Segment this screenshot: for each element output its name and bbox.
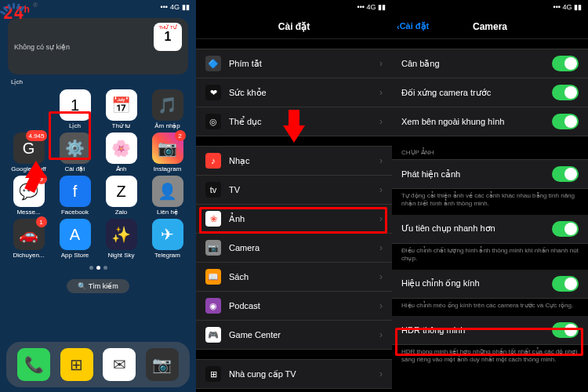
chevron-right-icon: › <box>379 155 383 166</box>
chevron-right-icon: › <box>379 58 383 69</box>
settings-row[interactable]: tvTV› <box>196 176 392 205</box>
app-tht[interactable]: 📅Thứ tư <box>99 89 143 129</box>
app-instagram[interactable]: 📷2Instagram <box>145 132 190 172</box>
toggle-switch[interactable] <box>552 56 579 71</box>
chevron-right-icon: › <box>379 329 383 340</box>
settings-row[interactable]: 📷Camera› <box>196 234 392 263</box>
settings-row[interactable]: Ưu tiên chụp nhanh hơn <box>392 215 588 244</box>
page-indicator[interactable] <box>0 263 196 273</box>
chevron-right-icon: › <box>379 116 383 127</box>
back-button[interactable]: ‹ Cài đặt <box>397 21 429 31</box>
setting-description: Điều chỉnh chất lượng hình ảnh thông min… <box>392 244 588 270</box>
status-bar: ••• 4G ▮▮ <box>196 0 392 14</box>
toggle-switch[interactable] <box>552 166 579 182</box>
phone-home: 24h ® •••4G▮▮ Không có sự kiện THỨ TƯ 1 … <box>0 0 196 392</box>
svg-rect-1 <box>3 6 9 12</box>
app-nh[interactable]: 🌸Ảnh <box>99 132 143 172</box>
settings-row[interactable]: Phát hiện cảnh <box>392 159 588 189</box>
settings-row[interactable]: ♪Nhạc› <box>196 146 392 176</box>
chevron-right-icon: › <box>379 87 383 98</box>
settings-row[interactable]: ◉Podcast› <box>196 292 392 321</box>
section-header: CHỤP ẢNH <box>392 146 588 159</box>
settings-row[interactable]: Hiệu chỉnh ống kính <box>392 270 588 299</box>
site-logo: 24h ® <box>3 3 30 23</box>
dock-app[interactable]: 📞 <box>17 348 50 381</box>
calendar-icon: THỨ TƯ 1 <box>154 23 182 51</box>
settings-row[interactable]: Cân bằng <box>392 49 588 78</box>
highlight-settings <box>49 111 91 160</box>
app-nightsky[interactable]: ✨Night Sky <box>99 219 143 259</box>
arrow-annotation <box>25 161 47 192</box>
dock-app[interactable]: 📷 <box>146 348 179 381</box>
settings-row[interactable]: 🎮Game Center› <box>196 321 392 350</box>
app-facebook[interactable]: fFacebook <box>53 176 97 216</box>
dock: 📞⊞✉📷 <box>6 342 190 387</box>
page-title: Cài đặt <box>278 21 310 32</box>
camera-settings-list: Cân bằngĐối xứng camera trướcXem bên ngo… <box>392 49 588 371</box>
svg-rect-0 <box>0 10 5 15</box>
settings-row[interactable]: 📖Sách› <box>196 263 392 292</box>
settings-row[interactable]: 🔷Phím tắt› <box>196 49 392 78</box>
app-mnhp[interactable]: 🎵Âm nhập <box>145 89 190 129</box>
chevron-right-icon: › <box>379 184 383 195</box>
settings-row[interactable]: ⊞Nhà cung cấp TV› <box>196 359 392 389</box>
chevron-right-icon: › <box>379 368 383 379</box>
arrow-annotation <box>283 110 305 143</box>
svg-rect-2 <box>7 4 11 10</box>
app-telegram[interactable]: ✈Telegram <box>145 219 190 259</box>
app-zalo[interactable]: ZZalo <box>99 176 143 216</box>
svg-rect-5 <box>20 5 25 11</box>
toggle-switch[interactable] <box>552 114 579 129</box>
toggle-switch[interactable] <box>552 276 579 292</box>
phone-settings: ••• 4G ▮▮ Cài đặt 🔷Phím tắt›❤Sức khỏe›◎T… <box>196 0 392 392</box>
app-appstore[interactable]: AApp Store <box>53 219 97 259</box>
svg-rect-4 <box>16 4 20 10</box>
page-title: Camera <box>473 21 507 32</box>
toggle-switch[interactable] <box>552 85 579 100</box>
settings-row[interactable]: Xem bên ngoài khung hình <box>392 107 588 136</box>
chevron-right-icon: › <box>379 271 383 282</box>
spotlight-search[interactable]: 🔍 Tìm kiếm <box>67 279 129 293</box>
highlight-hdr <box>395 328 583 356</box>
calendar-widget[interactable]: Không có sự kiện THỨ TƯ 1 <box>8 18 188 74</box>
app-dichuyen[interactable]: 🚗1Dichuyen... <box>6 219 51 259</box>
setting-description: Hiệu chỉnh méo ống kính trên các camera … <box>392 299 588 316</box>
chevron-right-icon: › <box>379 242 383 253</box>
phone-camera-settings: ••• 4G ▮▮ ‹ Cài đặt Camera Cân bằngĐối x… <box>392 0 588 392</box>
settings-row[interactable]: Đối xứng camera trước <box>392 78 588 107</box>
toggle-switch[interactable] <box>552 221 579 237</box>
chevron-right-icon: › <box>379 300 383 311</box>
highlight-camera <box>199 207 387 234</box>
svg-rect-3 <box>13 3 15 9</box>
widget-caption: Lịch <box>0 78 196 85</box>
dock-app[interactable]: ⊞ <box>60 348 93 381</box>
dock-app[interactable]: ✉ <box>103 348 136 381</box>
nav-header: ‹ Cài đặt Camera <box>392 14 588 39</box>
app-linh[interactable]: 👤Liên hệ <box>145 176 190 216</box>
nav-header: Cài đặt <box>196 14 392 39</box>
settings-row[interactable]: ❤Sức khỏe› <box>196 78 392 107</box>
status-bar: ••• 4G ▮▮ <box>392 0 588 14</box>
setting-description: Tự động cải thiện ảnh về các cảnh khác n… <box>392 189 588 215</box>
